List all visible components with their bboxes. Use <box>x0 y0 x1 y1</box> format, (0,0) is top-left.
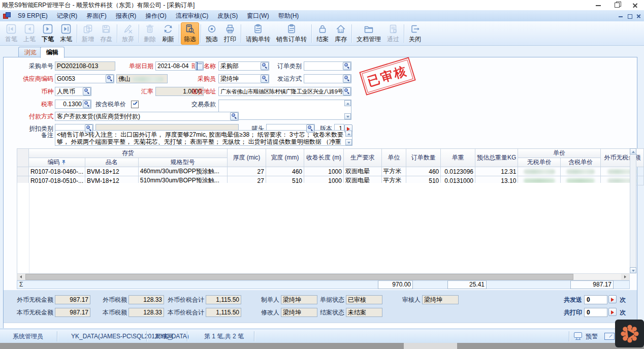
cell-code[interactable]: R0107-018-0460-... <box>28 167 85 176</box>
menu-operation[interactable]: 操作(O) <box>141 10 171 21</box>
toolbar-new-button[interactable]: 新增 <box>79 22 97 45</box>
grid-empty-area[interactable] <box>17 183 631 273</box>
cell-price-excl[interactable] <box>518 167 561 176</box>
recorder-widget[interactable] <box>615 320 644 347</box>
col-header-est-weight[interactable]: 预估总重量KG <box>475 149 518 167</box>
toolbar-documents-button[interactable]: 文档管理 <box>353 22 384 45</box>
scroll-down-button[interactable] <box>344 113 351 119</box>
group-header-price[interactable]: 单价 <box>518 149 601 158</box>
toolbar-delete-button[interactable]: 删除 <box>141 22 159 45</box>
dept-lookup-button[interactable] <box>261 62 269 70</box>
scroll-up-button[interactable] <box>630 148 636 154</box>
cell-prod-req[interactable]: 双面电晕 <box>343 167 381 176</box>
cell-price-incl[interactable] <box>561 167 601 176</box>
payment-field[interactable]: 客户齐款发货(供应商货到付款) <box>55 112 239 121</box>
toolbar-preview-button[interactable]: 预选 <box>203 22 221 45</box>
shipping-mark-lookup-button[interactable] <box>306 124 314 133</box>
col-header-name[interactable]: 品名 <box>85 158 139 167</box>
toolbar-save-button[interactable]: 存盘 <box>97 22 115 45</box>
menu-help[interactable]: 帮助(H) <box>274 10 304 21</box>
scroll-down-button[interactable] <box>345 139 352 145</box>
col-header-length[interactable]: 收卷长度 (m) <box>304 149 344 167</box>
discount-type-lookup-button[interactable] <box>85 124 93 133</box>
print-count-spin-button[interactable] <box>608 308 617 316</box>
menu-workflow[interactable]: 流程审核(C) <box>171 10 213 21</box>
delivery-address-lookup-button[interactable] <box>343 87 351 96</box>
scroll-right-icon[interactable] <box>621 274 629 280</box>
order-type-lookup-button[interactable] <box>343 62 351 70</box>
col-header-thickness[interactable]: 厚度 (mic) <box>227 149 266 167</box>
scroll-left-icon[interactable] <box>17 274 25 280</box>
toolbar-separator <box>117 24 117 43</box>
payment-lookup-button[interactable] <box>230 112 238 120</box>
col-header-code[interactable]: 编码 <box>28 158 85 167</box>
toolbar-filter-button[interactable]: 筛选 <box>181 22 199 45</box>
col-header-unit[interactable]: 单位 <box>381 149 406 167</box>
status-alert[interactable]: 预警 <box>586 329 598 343</box>
menu-interface[interactable]: 界面(F) <box>82 10 111 21</box>
supplier-lookup-button[interactable] <box>106 75 114 83</box>
col-header-foreign-amount[interactable]: 外币无税金额 <box>601 149 644 167</box>
toolbar-close-window-button[interactable]: 关闭 <box>406 22 424 45</box>
group-header-inventory[interactable]: 存货 <box>28 149 227 158</box>
scroll-down-button[interactable] <box>630 267 636 273</box>
toolbar-requisition-transfer-button[interactable]: 请购单转 <box>243 22 273 45</box>
toolbar-prev-button[interactable]: 上笔 <box>20 22 39 45</box>
toolbar-salesorder-transfer-button[interactable]: 销售订单转 <box>273 22 310 45</box>
cell-spec[interactable]: 460mm/30um/BOPP预涂触... <box>138 167 227 176</box>
restore-button[interactable] <box>607 0 626 10</box>
calendar-button[interactable] <box>195 62 203 70</box>
toolbar-refresh-button[interactable]: 刷新 <box>159 22 177 45</box>
col-header-price-excl[interactable]: 无税单价 <box>518 158 561 167</box>
tab-edit[interactable]: 编辑 <box>40 47 65 58</box>
col-header-unit-weight[interactable]: 单重 <box>441 149 475 167</box>
menu-bar: S9 ERP(E) 记录(R) 界面(F) 报表(R) 操作(O) 流程审核(C… <box>0 10 644 21</box>
toolbar-close-case-button[interactable]: 结案 <box>313 22 332 45</box>
menu-window[interactable]: 窗口(W) <box>242 10 273 21</box>
cell-width[interactable]: 460 <box>266 167 304 176</box>
minimize-button[interactable] <box>589 0 607 10</box>
mail-icon[interactable] <box>604 333 615 340</box>
menu-skin[interactable]: 皮肤(S) <box>213 10 242 21</box>
currency-lookup-button[interactable] <box>83 87 91 96</box>
toolbar-next-button[interactable]: 下笔 <box>39 22 57 45</box>
tax-included-checkbox[interactable] <box>131 101 139 108</box>
toolbar-discard-button[interactable]: 放弃 <box>119 22 137 45</box>
toolbar-approve-button[interactable]: 通过 <box>384 22 402 45</box>
menu-report[interactable]: 报表(R) <box>111 10 141 21</box>
cell-foreign-amount[interactable] <box>601 167 644 176</box>
scroll-up-button[interactable] <box>345 131 352 137</box>
menu-record[interactable]: 记录(R) <box>52 10 82 21</box>
close-button[interactable] <box>626 0 644 10</box>
row-selector[interactable] <box>17 167 29 176</box>
menu-s9erp[interactable]: S9 ERP(E) <box>13 10 52 21</box>
cell-unit[interactable]: 平方米 <box>381 167 406 176</box>
buyer-lookup-button[interactable] <box>261 75 269 83</box>
tax-rate-lookup-button[interactable] <box>83 100 91 108</box>
cell-unit-weight[interactable]: 0.0123096 <box>441 167 475 176</box>
cell-est-weight[interactable]: 12.31 <box>475 167 518 176</box>
grid-horizontal-scrollbar[interactable] <box>17 273 630 280</box>
toolbar-print-button[interactable]: 打印 <box>221 22 239 45</box>
cell-name[interactable]: BVM-18+12 <box>85 167 139 176</box>
col-header-width[interactable]: 宽度 (mm) <box>266 149 304 167</box>
cell-qty[interactable]: 460 <box>406 167 441 176</box>
tab-browse[interactable]: 浏览 <box>18 47 43 57</box>
col-header-prod-req[interactable]: 生产要求 <box>343 149 381 167</box>
redacted-value <box>524 169 555 174</box>
scrollbar-thumb[interactable] <box>25 274 573 280</box>
delivery-address-field[interactable]: 广东省佛山市顺德区陈村镇广隆工业区兴业八路9号之一 <box>218 87 351 96</box>
scroll-up-button[interactable] <box>344 100 351 106</box>
toolbar-first-button[interactable]: 首笔 <box>2 22 20 45</box>
cell-thickness[interactable]: 27 <box>227 167 266 176</box>
ship-method-lookup-button[interactable] <box>343 75 351 83</box>
col-header-price-incl[interactable]: 含税单价 <box>561 158 601 167</box>
col-header-spec[interactable]: 规格型号 <box>138 158 227 167</box>
case-status-label: 结案状态 <box>319 308 344 317</box>
col-header-qty[interactable]: 订单数量 <box>406 149 441 167</box>
cell-length[interactable]: 1000 <box>304 167 344 176</box>
sent-count-spin-button[interactable] <box>608 295 617 303</box>
grid-vertical-scrollbar[interactable] <box>630 148 636 273</box>
toolbar-inventory-button[interactable]: 库存 <box>332 22 350 45</box>
toolbar-last-button[interactable]: 末笔 <box>57 22 75 45</box>
